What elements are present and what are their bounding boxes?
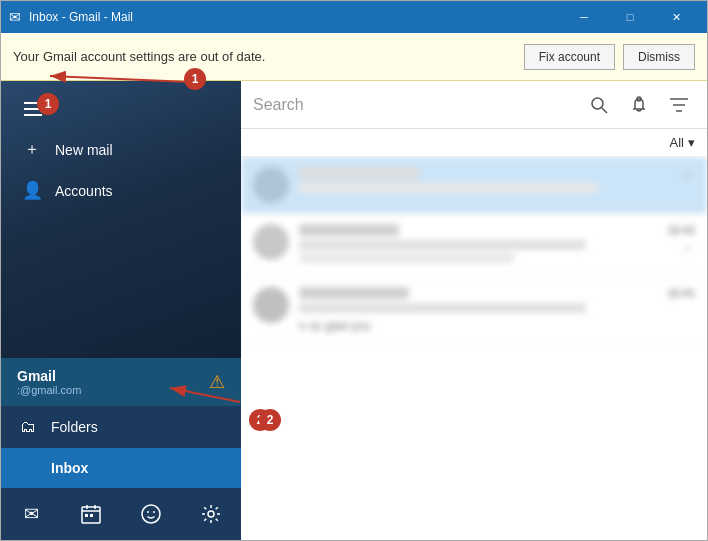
svg-point-10 <box>592 98 603 109</box>
reply-icon: ← <box>681 240 695 256</box>
new-mail-icon: ＋ <box>21 139 43 160</box>
email-subject-2 <box>299 253 514 263</box>
fix-account-button[interactable]: Fix account <box>524 44 615 70</box>
close-button[interactable]: ✕ <box>653 1 699 33</box>
table-row[interactable]: ← <box>241 157 707 214</box>
settings-nav-button[interactable] <box>185 488 237 540</box>
hamburger-button[interactable]: 1 <box>13 89 53 129</box>
notification-actions: Fix account Dismiss <box>524 44 695 70</box>
table-row[interactable]: n so glad you 16:41 <box>241 277 707 345</box>
avatar <box>253 287 289 323</box>
search-button[interactable] <box>583 89 615 121</box>
dismiss-button[interactable]: Dismiss <box>623 44 695 70</box>
sidebar-top: 1 ＋ New mail 👤 Accounts <box>1 81 241 219</box>
maximize-button[interactable]: □ <box>607 1 653 33</box>
email-subject <box>299 240 586 250</box>
sidebar: 1 ＋ New mail 👤 Accounts Gmail <box>1 81 241 540</box>
inbox-label: Inbox <box>17 460 88 476</box>
avatar <box>253 224 289 260</box>
inbox-button[interactable]: Inbox <box>1 448 241 488</box>
window-controls: ─ □ ✕ <box>561 1 699 33</box>
alert-icon <box>629 95 649 115</box>
folders-label: Folders <box>51 419 98 435</box>
email-content <box>299 167 671 196</box>
search-placeholder[interactable]: Search <box>253 96 304 114</box>
calendar-nav-button[interactable] <box>65 488 117 540</box>
svg-point-9 <box>208 511 214 517</box>
main-area: 1 ＋ New mail 👤 Accounts Gmail <box>1 81 707 540</box>
search-bar: Search <box>241 81 707 129</box>
new-mail-button[interactable]: ＋ New mail <box>17 129 225 170</box>
new-mail-label: New mail <box>55 142 113 158</box>
calendar-icon <box>81 504 101 524</box>
accounts-button[interactable]: 👤 Accounts <box>17 170 225 211</box>
email-time: 16:41 <box>667 287 695 299</box>
svg-line-11 <box>602 108 607 113</box>
email-subject <box>299 183 597 193</box>
svg-rect-4 <box>85 514 88 517</box>
email-content <box>299 224 657 266</box>
right-panel: Search <box>241 81 707 540</box>
email-time: 16:42 <box>667 224 695 236</box>
people-nav-button[interactable] <box>125 488 177 540</box>
email-subject <box>299 303 586 313</box>
filter-icon <box>669 96 689 114</box>
account-email: :@gmail.com <box>17 384 81 396</box>
notification-bar: Your Gmail account settings are out of d… <box>1 33 707 81</box>
reply-icon: ← <box>681 167 695 183</box>
table-row[interactable]: 16:42 ← <box>241 214 707 277</box>
email-meta: 16:42 ← <box>667 224 695 256</box>
accounts-label: Accounts <box>55 183 113 199</box>
title-bar: ✉ Inbox - Gmail - Mail ─ □ ✕ <box>1 1 707 33</box>
account-name: Gmail <box>17 368 81 384</box>
folders-button[interactable]: 🗂 Folders <box>1 406 241 448</box>
accounts-icon: 👤 <box>21 180 43 201</box>
search-icon <box>590 96 608 114</box>
minimize-button[interactable]: ─ <box>561 1 607 33</box>
svg-point-7 <box>147 511 149 513</box>
filter-button[interactable] <box>663 89 695 121</box>
window-title: Inbox - Gmail - Mail <box>29 10 133 24</box>
filter-label: All <box>670 135 684 150</box>
notifications-button[interactable] <box>623 89 655 121</box>
svg-rect-5 <box>90 514 93 517</box>
filter-bar: All ▾ <box>241 129 707 157</box>
email-sender <box>299 287 409 299</box>
settings-icon <box>201 504 221 524</box>
folders-icon: 🗂 <box>17 418 39 436</box>
bottom-nav: ✉ <box>1 488 241 540</box>
title-bar-left: ✉ Inbox - Gmail - Mail <box>9 9 133 25</box>
email-list: ← 16:42 ← <box>241 157 707 540</box>
account-info: Gmail :@gmail.com <box>17 368 81 396</box>
email-sender <box>299 224 399 236</box>
email-sender <box>299 167 419 179</box>
app-icon: ✉ <box>9 9 21 25</box>
annotation-2: 2 <box>249 409 271 431</box>
account-section[interactable]: Gmail :@gmail.com ⚠ 2 <box>1 358 241 406</box>
svg-point-6 <box>142 505 160 523</box>
warning-icon: ⚠ <box>209 371 225 393</box>
annotation-1: 1 <box>37 93 59 115</box>
notification-text: Your Gmail account settings are out of d… <box>13 49 265 64</box>
avatar <box>253 167 289 203</box>
mail-nav-button[interactable]: ✉ <box>5 488 57 540</box>
email-meta: ← <box>681 167 695 187</box>
app-window: ✉ Inbox - Gmail - Mail ─ □ ✕ Your Gmail … <box>0 0 708 541</box>
email-preview: n so glad you <box>299 319 370 333</box>
smiley-icon <box>141 504 161 524</box>
email-meta: 16:41 <box>667 287 695 299</box>
search-icons <box>583 89 695 121</box>
email-content: n so glad you <box>299 287 657 334</box>
search-input-wrapper: Search <box>253 96 583 114</box>
chevron-down-icon: ▾ <box>688 135 695 150</box>
svg-point-8 <box>153 511 155 513</box>
all-filter-button[interactable]: All ▾ <box>670 135 695 150</box>
